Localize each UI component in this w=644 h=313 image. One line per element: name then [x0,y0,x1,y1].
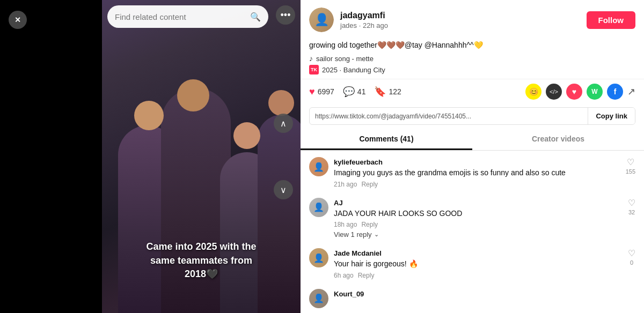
comment-time: 6h ago [334,272,354,279]
comment-text: Imaging you guys as the grandma emojis i… [334,168,620,178]
comment-meta: 18h ago Reply [334,221,623,228]
like-count: 32 [628,209,635,215]
comment-item: 👤 Jade Mcdaniel Your hair is gorgeous! 🔥… [309,248,635,279]
panel-header: 👤 jadagyamfi jades · 22h ago Follow [301,0,644,38]
avatar-image: 👤 [309,8,334,32]
commenter-avatar[interactable]: 👤 [309,198,328,217]
commenter-username: Kourt_09 [334,290,364,298]
location-text: 2025 · Bandung City [322,66,385,74]
bookmarks-stat[interactable]: 🔖 122 [374,86,401,98]
emoji-share-icon: 😊 [529,87,538,96]
follow-button[interactable]: Follow [587,11,636,29]
tabs-row: Comments (41) Creator videos [301,129,644,151]
bookmarks-count: 122 [389,87,401,96]
link-url: https://www.tiktok.com/@jadagyamfi/video… [310,108,588,124]
comment-likes: ♡ 155 [626,157,635,175]
head-4 [268,90,294,116]
share-icons: 😊 </> ♥ W f ↗ [525,84,635,100]
handle: jades [340,21,357,29]
commenter-username: Jade Mcdaniel [334,249,382,257]
video-background: 🔍 ••• Came into 2025 with the same teamm… [102,0,301,313]
comment-likes: ♡ 32 [628,198,635,215]
view-replies-button[interactable]: View 1 reply ⌄ [334,230,623,239]
reply-button[interactable]: Reply [361,221,378,228]
like-heart-icon[interactable]: ♡ [627,157,634,167]
comments-area[interactable]: 👤 kyliefeuerbach Imaging you guys as the… [301,151,644,313]
duet-share-button[interactable]: ♥ [566,84,582,100]
search-input[interactable] [115,12,246,21]
commenter-username: AJ [334,199,343,207]
comment-content: kyliefeuerbach Imaging you guys as the g… [334,157,620,188]
comments-count: 41 [357,87,366,96]
reply-button[interactable]: Reply [361,181,378,188]
caption-area: growing old together🤎🤎🤎@tay @Hannahhh^^💛… [301,38,644,79]
emoji-share-button[interactable]: 😊 [525,84,541,100]
comments-stat[interactable]: 💬 41 [343,86,366,98]
comment-icon: 💬 [343,86,355,98]
comment-text: Your hair is gorgeous! 🔥 [334,259,623,270]
tab-comments[interactable]: Comments (41) [301,129,472,150]
comment-content: Jade Mcdaniel Your hair is gorgeous! 🔥 6… [334,248,623,279]
comment-time: 21h ago [334,181,357,188]
search-bar[interactable]: 🔍 [107,5,268,28]
music-name: sailor song - mette [316,55,374,63]
whatsapp-share-button[interactable]: W [587,84,603,100]
link-row: https://www.tiktok.com/@jadagyamfi/video… [309,107,635,125]
comment-likes: ♡ 0 [628,248,635,266]
commenter-avatar[interactable]: 👤 [309,157,328,176]
commenter-username: kyliefeuerbach [334,158,383,166]
head-1 [134,101,164,130]
likes-stat[interactable]: ♥ 6997 [309,86,334,98]
arrow-down-icon: ∨ [280,185,287,195]
commenter-avatar[interactable]: 👤 [309,248,328,267]
embed-icon: </> [550,88,558,95]
like-count: 0 [630,259,633,266]
whatsapp-icon: W [591,88,597,95]
copy-link-button[interactable]: Copy link [588,108,635,124]
person-4 [258,115,301,313]
music-icon: ♪ [309,54,313,63]
embed-share-button[interactable]: </> [546,84,562,100]
user-meta: jades · 22h ago [340,21,580,29]
more-icon: ••• [281,10,291,21]
nav-up-button[interactable]: ∧ [274,114,293,133]
facebook-icon: f [614,87,617,96]
arrow-up-icon: ∧ [280,118,287,129]
view-replies-label: View 1 reply [334,230,372,239]
commenter-avatar[interactable]: 👤 [309,289,328,308]
facebook-share-button[interactable]: f [607,84,623,100]
close-button[interactable]: ✕ [9,11,27,29]
comment-content: Kourt_09 [334,289,635,299]
user-info: jadagyamfi jades · 22h ago [340,11,580,29]
tab-creator-videos[interactable]: Creator videos [472,129,644,150]
like-heart-icon[interactable]: ♡ [628,198,635,208]
user-avatar[interactable]: 👤 [309,8,334,32]
location-info: TK 2025 · Bandung City [309,65,635,74]
search-overlay: 🔍 [107,5,268,28]
comment-item: 👤 Kourt_09 [309,289,635,308]
like-heart-icon[interactable]: ♡ [628,248,635,258]
head-2 [177,79,209,111]
likes-count: 6997 [318,87,334,96]
comment-content: AJ JADA YOUR HAIR LOOKS SO GOOD 18h ago … [334,198,623,239]
time-ago: 22h ago [363,21,388,29]
comment-item: 👤 kyliefeuerbach Imaging you guys as the… [309,157,635,188]
right-panel: 👤 jadagyamfi jades · 22h ago Follow grow… [301,0,644,313]
video-caption-overlay: Came into 2025 with the same teammates f… [142,240,260,281]
comment-time: 18h ago [334,221,357,228]
duet-icon: ♥ [572,87,576,96]
left-dark-area: ✕ [0,0,102,313]
bookmark-icon: 🔖 [374,86,386,98]
heart-icon: ♥ [309,86,315,98]
share-arrow-button[interactable]: ↗ [627,86,635,98]
comment-text: JADA YOUR HAIR LOOKS SO GOOD [334,208,623,219]
reply-button[interactable]: Reply [358,272,375,279]
close-icon: ✕ [14,16,21,24]
separator: · [359,21,363,29]
caption-text: growing old together🤎🤎🤎@tay @Hannahhh^^💛 [309,40,635,51]
nav-down-button[interactable]: ∨ [274,180,293,199]
comment-meta: 21h ago Reply [334,181,620,188]
like-count: 155 [626,168,635,175]
more-options-button[interactable]: ••• [276,5,295,25]
stats-row: ♥ 6997 💬 41 🔖 122 😊 </> ♥ [301,79,644,104]
